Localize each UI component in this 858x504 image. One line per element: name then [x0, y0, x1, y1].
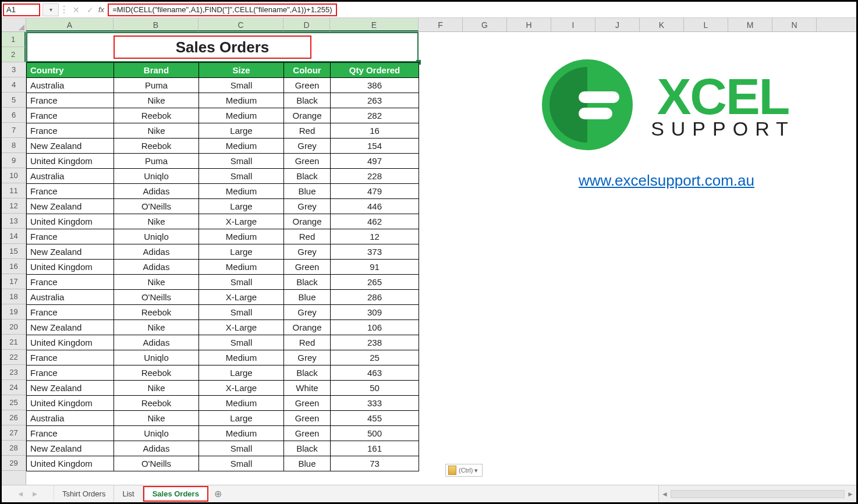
cell[interactable]: United Kingdom — [27, 260, 114, 275]
cell[interactable]: Orange — [284, 108, 331, 123]
cell[interactable]: Small — [199, 335, 284, 350]
cell[interactable]: Nike — [114, 411, 199, 426]
support-link[interactable]: www.excelsupport.com.au — [579, 172, 754, 189]
cell[interactable]: Grey — [284, 244, 331, 260]
cell[interactable]: O'Neills — [114, 290, 199, 305]
cell[interactable]: 463 — [331, 365, 419, 381]
column-header-C[interactable]: C — [198, 18, 283, 31]
cell[interactable]: France — [27, 275, 114, 290]
cell[interactable]: Medium — [199, 350, 284, 365]
cell[interactable]: 12 — [331, 229, 419, 244]
cell[interactable]: Nike — [114, 93, 199, 108]
row-header-27[interactable]: 27 — [2, 425, 26, 441]
cell[interactable]: Large — [199, 123, 284, 139]
cell[interactable]: Puma — [114, 154, 199, 169]
cell[interactable]: Green — [284, 396, 331, 411]
cell[interactable]: Medium — [199, 260, 284, 275]
cell[interactable]: Small — [199, 169, 284, 184]
cell[interactable]: Small — [199, 456, 284, 471]
cell[interactable]: Adidas — [114, 441, 199, 456]
row-header-10[interactable]: 10 — [2, 168, 26, 183]
cell[interactable]: Grey — [284, 139, 331, 154]
cell[interactable]: Large — [199, 199, 284, 214]
cell[interactable]: 238 — [331, 335, 419, 350]
column-header-E[interactable]: E — [330, 18, 419, 31]
cell[interactable]: United Kingdom — [27, 214, 114, 229]
cell[interactable]: 106 — [331, 320, 419, 335]
cell[interactable]: Large — [199, 411, 284, 426]
fx-icon[interactable]: fx — [97, 5, 108, 14]
cell[interactable]: Nike — [114, 275, 199, 290]
cell[interactable]: 263 — [331, 93, 419, 108]
cell[interactable]: Green — [284, 426, 331, 441]
cell[interactable]: 16 — [331, 123, 419, 139]
cell[interactable]: Medium — [199, 184, 284, 199]
cell[interactable]: 309 — [331, 305, 419, 320]
cell[interactable]: O'Neills — [114, 199, 199, 214]
cell[interactable]: Uniqlo — [114, 350, 199, 365]
worksheet-grid[interactable]: Sales Orders CountryBrandSizeColourQty O… — [26, 32, 856, 485]
column-header-N[interactable]: N — [772, 18, 817, 31]
cell[interactable]: New Zealand — [27, 441, 114, 456]
cancel-formula-button[interactable]: ✕ — [69, 3, 83, 16]
row-header-26[interactable]: 26 — [2, 410, 26, 425]
cell[interactable]: Blue — [284, 290, 331, 305]
cell[interactable]: Uniqlo — [114, 229, 199, 244]
sheet-tab-list[interactable]: List — [114, 485, 143, 502]
cell[interactable]: Large — [199, 365, 284, 381]
cell[interactable]: Green — [284, 411, 331, 426]
cell[interactable]: 446 — [331, 199, 419, 214]
column-header-M[interactable]: M — [728, 18, 772, 31]
cell[interactable]: Nike — [114, 320, 199, 335]
horizontal-scrollbar[interactable]: ◄ ► — [658, 485, 856, 502]
cell[interactable]: 25 — [331, 350, 419, 365]
cell[interactable]: Red — [284, 229, 331, 244]
cell[interactable]: Medium — [199, 108, 284, 123]
cell[interactable]: Australia — [27, 169, 114, 184]
cell[interactable]: France — [27, 426, 114, 441]
cell[interactable]: Grey — [284, 350, 331, 365]
cell[interactable]: Blue — [284, 456, 331, 471]
new-sheet-button[interactable]: ⊕ — [208, 485, 228, 502]
cell[interactable]: Black — [284, 275, 331, 290]
cell[interactable]: 373 — [331, 244, 419, 260]
cell[interactable]: 479 — [331, 184, 419, 199]
cell[interactable]: Medium — [199, 139, 284, 154]
cell[interactable]: Green — [284, 154, 331, 169]
cell[interactable]: X-Large — [199, 214, 284, 229]
cell[interactable]: Reebok — [114, 396, 199, 411]
cell[interactable]: O'Neills — [114, 456, 199, 471]
cell[interactable]: Medium — [199, 229, 284, 244]
row-header-9[interactable]: 9 — [2, 153, 26, 168]
cell[interactable]: Small — [199, 305, 284, 320]
column-header-F[interactable]: F — [419, 18, 463, 31]
cell[interactable]: Green — [284, 78, 331, 93]
row-header-13[interactable]: 13 — [2, 214, 26, 229]
formula-input[interactable]: =MID(CELL("filename",A1),FIND("]",CELL("… — [108, 3, 336, 16]
cell[interactable]: France — [27, 229, 114, 244]
cell[interactable]: Australia — [27, 78, 114, 93]
column-header-G[interactable]: G — [463, 18, 507, 31]
cell[interactable]: X-Large — [199, 290, 284, 305]
row-header-21[interactable]: 21 — [2, 335, 26, 350]
cell[interactable]: 91 — [331, 260, 419, 275]
row-header-7[interactable]: 7 — [2, 123, 26, 138]
row-header-23[interactable]: 23 — [2, 365, 26, 380]
row-header-4[interactable]: 4 — [2, 77, 26, 93]
cell[interactable]: 462 — [331, 214, 419, 229]
tab-nav-controls[interactable]: ◄ ► — [2, 485, 54, 502]
cell[interactable]: 333 — [331, 396, 419, 411]
cell[interactable]: 497 — [331, 154, 419, 169]
column-header-J[interactable]: J — [595, 18, 640, 31]
name-box[interactable]: A1 — [3, 3, 40, 16]
cell[interactable]: Black — [284, 441, 331, 456]
cell[interactable]: Orange — [284, 320, 331, 335]
cell[interactable]: Medium — [199, 93, 284, 108]
cell[interactable]: Grey — [284, 305, 331, 320]
column-header-K[interactable]: K — [640, 18, 684, 31]
cell[interactable]: Adidas — [114, 335, 199, 350]
cell[interactable]: France — [27, 108, 114, 123]
cell[interactable]: Black — [284, 169, 331, 184]
table-header[interactable]: Country — [27, 63, 114, 78]
row-header-6[interactable]: 6 — [2, 108, 26, 123]
